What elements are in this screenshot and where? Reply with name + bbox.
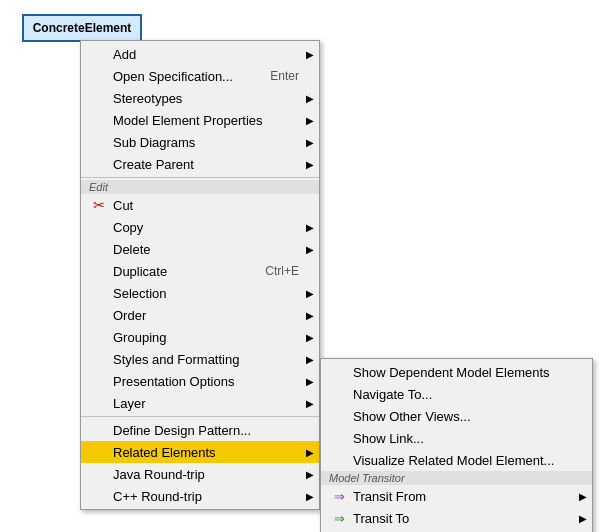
- submenu-item-transit-from[interactable]: ⇒ Transit From ▶: [321, 485, 592, 507]
- separator-2: [81, 416, 319, 417]
- section-edit: Edit: [81, 180, 319, 194]
- submenu-label-show-other-views: Show Other Views...: [353, 409, 572, 424]
- navigate-to-icon: [329, 386, 349, 402]
- arrow-create-parent: ▶: [306, 159, 314, 170]
- show-dependent-icon: [329, 364, 349, 380]
- menu-item-stereotypes[interactable]: Stereotypes ▶: [81, 87, 319, 109]
- menu-label-selection: Selection: [113, 286, 299, 301]
- menu-label-add: Add: [113, 47, 299, 62]
- copy-icon: [89, 219, 109, 235]
- order-icon: [89, 307, 109, 323]
- menu-label-styles-formatting: Styles and Formatting: [113, 352, 299, 367]
- arrow-add: ▶: [306, 49, 314, 60]
- context-menu: Add ▶ Open Specification... Enter Stereo…: [80, 40, 320, 510]
- menu-label-create-parent: Create Parent: [113, 157, 299, 172]
- create-parent-icon: [89, 156, 109, 172]
- menu-label-presentation-options: Presentation Options: [113, 374, 299, 389]
- menu-item-add[interactable]: Add ▶: [81, 43, 319, 65]
- arrow-copy: ▶: [306, 222, 314, 233]
- menu-item-delete[interactable]: Delete ▶: [81, 238, 319, 260]
- menu-item-duplicate[interactable]: Duplicate Ctrl+E: [81, 260, 319, 282]
- submenu-label-navigate-to: Navigate To...: [353, 387, 572, 402]
- model-element-props-icon: [89, 112, 109, 128]
- submenu-item-show-other-views[interactable]: Show Other Views...: [321, 405, 592, 427]
- show-other-views-icon: [329, 408, 349, 424]
- styles-formatting-icon: [89, 351, 109, 367]
- submenu-item-transit-to[interactable]: ⇒ Transit To ▶: [321, 507, 592, 529]
- menu-item-styles-formatting[interactable]: Styles and Formatting ▶: [81, 348, 319, 370]
- submenu-item-visualize-related[interactable]: Visualize Related Model Element...: [321, 449, 592, 471]
- arrow-styles-formatting: ▶: [306, 354, 314, 365]
- menu-item-layer[interactable]: Layer ▶: [81, 392, 319, 414]
- menu-label-duplicate: Duplicate: [113, 264, 245, 279]
- submenu-related-elements: Show Dependent Model Elements Navigate T…: [320, 358, 593, 532]
- delete-icon: [89, 241, 109, 257]
- cpp-round-trip-icon: [89, 488, 109, 504]
- menu-item-define-design-pattern[interactable]: Define Design Pattern...: [81, 419, 319, 441]
- menu-item-selection[interactable]: Selection ▶: [81, 282, 319, 304]
- section-model-transitor-label: Model Transitor: [329, 472, 405, 484]
- menu-item-presentation-options[interactable]: Presentation Options ▶: [81, 370, 319, 392]
- duplicate-icon: [89, 263, 109, 279]
- submenu-item-show-dependent[interactable]: Show Dependent Model Elements: [321, 361, 592, 383]
- menu-label-layer: Layer: [113, 396, 299, 411]
- submenu-item-show-link[interactable]: Show Link...: [321, 427, 592, 449]
- diagram-element[interactable]: ConcreteElement: [22, 14, 142, 42]
- shortcut-duplicate: Ctrl+E: [265, 264, 299, 278]
- menu-item-order[interactable]: Order ▶: [81, 304, 319, 326]
- section-edit-label: Edit: [89, 181, 108, 193]
- arrow-related-elements: ▶: [306, 447, 314, 458]
- menu-label-stereotypes: Stereotypes: [113, 91, 299, 106]
- menu-item-java-round-trip[interactable]: Java Round-trip ▶: [81, 463, 319, 485]
- menu-item-model-element-properties[interactable]: Model Element Properties ▶: [81, 109, 319, 131]
- menu-label-define-design-pattern: Define Design Pattern...: [113, 423, 299, 438]
- menu-label-grouping: Grouping: [113, 330, 299, 345]
- menu-label-model-element-properties: Model Element Properties: [113, 113, 299, 128]
- arrow-presentation-options: ▶: [306, 376, 314, 387]
- arrow-sub-diagrams: ▶: [306, 137, 314, 148]
- arrow-transit-from: ▶: [579, 491, 587, 502]
- presentation-options-icon: [89, 373, 109, 389]
- menu-label-open-spec: Open Specification...: [113, 69, 250, 84]
- arrow-transit-to: ▶: [579, 513, 587, 524]
- add-icon: [89, 46, 109, 62]
- show-link-icon: [329, 430, 349, 446]
- separator-1: [81, 177, 319, 178]
- submenu-label-transit-to: Transit To: [353, 511, 572, 526]
- shortcut-open-spec: Enter: [270, 69, 299, 83]
- layer-icon: [89, 395, 109, 411]
- submenu-label-transit-from: Transit From: [353, 489, 572, 504]
- menu-item-copy[interactable]: Copy ▶: [81, 216, 319, 238]
- menu-item-create-parent[interactable]: Create Parent ▶: [81, 153, 319, 175]
- cut-icon: [89, 197, 109, 213]
- menu-label-cut: Cut: [113, 198, 299, 213]
- define-design-pattern-icon: [89, 422, 109, 438]
- diagram-canvas: ConcreteElement Add ▶ Open Specification…: [0, 0, 609, 532]
- submenu-label-show-dependent: Show Dependent Model Elements: [353, 365, 572, 380]
- menu-item-cpp-round-trip[interactable]: C++ Round-trip ▶: [81, 485, 319, 507]
- section-model-transitor: Model Transitor: [321, 471, 592, 485]
- open-spec-icon: [89, 68, 109, 84]
- menu-item-cut[interactable]: Cut: [81, 194, 319, 216]
- arrow-model-element-properties: ▶: [306, 115, 314, 126]
- arrow-java-round-trip: ▶: [306, 469, 314, 480]
- menu-label-cpp-round-trip: C++ Round-trip: [113, 489, 299, 504]
- menu-item-related-elements[interactable]: Related Elements ▶: [81, 441, 319, 463]
- menu-item-grouping[interactable]: Grouping ▶: [81, 326, 319, 348]
- selection-icon: [89, 285, 109, 301]
- menu-label-sub-diagrams: Sub Diagrams: [113, 135, 299, 150]
- submenu-item-navigate-to[interactable]: Navigate To...: [321, 383, 592, 405]
- menu-label-order: Order: [113, 308, 299, 323]
- arrow-delete: ▶: [306, 244, 314, 255]
- submenu-label-show-link: Show Link...: [353, 431, 572, 446]
- menu-item-open-spec[interactable]: Open Specification... Enter: [81, 65, 319, 87]
- transit-from-icon: ⇒: [329, 488, 349, 504]
- stereotypes-icon: [89, 90, 109, 106]
- related-elements-icon: [89, 444, 109, 460]
- sub-diagrams-icon: [89, 134, 109, 150]
- transit-to-icon: ⇒: [329, 510, 349, 526]
- visualize-related-icon: [329, 452, 349, 468]
- diagram-element-label: ConcreteElement: [33, 21, 132, 35]
- arrow-stereotypes: ▶: [306, 93, 314, 104]
- menu-item-sub-diagrams[interactable]: Sub Diagrams ▶: [81, 131, 319, 153]
